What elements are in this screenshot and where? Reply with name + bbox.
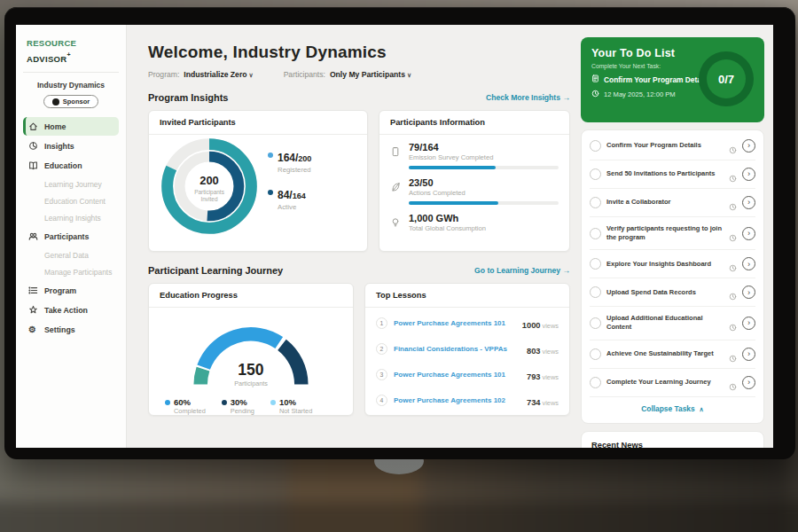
task-checkbox[interactable] (590, 168, 601, 180)
participants-dropdown[interactable]: Only My Participants (330, 70, 411, 79)
consumption-row: 1,000 GWh Total Global Consumption (390, 213, 559, 232)
active-dot-icon (268, 190, 273, 195)
sidebar-item-label: Settings (44, 325, 75, 334)
take-action-icon (28, 305, 38, 315)
task-chevron-button[interactable] (742, 139, 755, 153)
clock-icon (729, 319, 737, 327)
todo-counter: 0/7 (707, 59, 746, 98)
clock-icon (729, 230, 737, 238)
task-row-invite-collaborator[interactable]: Invite a Collaborator (590, 189, 755, 217)
recent-news-title: Recent News (591, 441, 754, 449)
participants-filter: Participants: Only My Participants (284, 70, 411, 79)
task-chevron-button[interactable] (742, 376, 755, 389)
sidebar-item-insights[interactable]: Insights (23, 137, 119, 155)
task-checkbox[interactable] (590, 140, 601, 152)
task-chevron-button[interactable] (742, 286, 755, 299)
clock-icon (729, 170, 737, 178)
sidebar-item-education-content[interactable]: Education Content (23, 192, 119, 209)
participants-information-title: Participants Information (379, 111, 569, 135)
sidebar-item-education[interactable]: Education (23, 156, 119, 175)
sponsor-icon (52, 98, 59, 106)
rank-badge: 1 (376, 317, 387, 329)
sidebar-item-label: Participants (44, 232, 89, 241)
sidebar-item-learning-insights[interactable]: Learning Insights (23, 209, 119, 226)
gauge-pending-segment (282, 345, 301, 385)
task-checkbox[interactable] (590, 377, 601, 388)
task-row-upload-educational-content[interactable]: Upload Additional Educational Content (590, 307, 755, 340)
task-checkbox[interactable] (590, 286, 601, 298)
filter-bar: Program: Industrialize Zero Participants… (148, 70, 570, 79)
clock-icon (729, 142, 737, 150)
education-gauge-chart: 150 Participants (176, 311, 326, 395)
sidebar-item-participants[interactable]: Participants (23, 227, 119, 246)
top-lessons-title: Top Lessons (365, 284, 569, 308)
dashboard-screen: RESOURCE ADVISOR+ Industry Dynamics Spon… (16, 25, 773, 448)
not-started-dot-icon (270, 400, 276, 405)
donut-center-value: 200 (200, 174, 219, 187)
program-dropdown[interactable]: Industrialize Zero (184, 70, 253, 79)
gauge-legend: 60% Completed 30% Pending (160, 397, 342, 415)
sidebar-item-settings[interactable]: Settings (23, 320, 119, 339)
check-more-insights-link[interactable]: Check More Insights → (486, 93, 570, 102)
task-chevron-button[interactable] (742, 317, 755, 330)
go-to-learning-journey-link[interactable]: Go to Learning Journey → (474, 266, 570, 275)
actions-completed-row: 23/50 Actions Completed (390, 177, 559, 205)
invited-participants-card: Invited Participants 200 Participants In… (148, 110, 368, 252)
gauge-center-value: 150 (238, 361, 264, 379)
task-checkbox[interactable] (590, 197, 601, 208)
legend-active: 84/164 Active (268, 186, 311, 211)
sidebar-item-home[interactable]: Home (23, 117, 119, 136)
lesson-row: 2 Financial Considerations - VPPAs 803vi… (376, 336, 559, 362)
task-row-confirm-program[interactable]: Confirm Your Program Details (590, 132, 755, 160)
sidebar-item-take-action[interactable]: Take Action (23, 301, 119, 319)
settings-gear-icon (28, 325, 38, 334)
rank-badge: 4 (376, 395, 387, 406)
sidebar-item-label: Program (44, 286, 76, 295)
lesson-link[interactable]: Power Purchase Agreements 102 (394, 396, 520, 404)
sidebar-item-manage-participants[interactable]: Manage Participants (23, 263, 119, 280)
sidebar-item-program[interactable]: Program (23, 281, 119, 300)
task-chevron-button[interactable] (742, 168, 755, 181)
task-checkbox[interactable] (590, 317, 601, 329)
emission-survey-row: 79/164 Emission Survey Completed (390, 142, 559, 169)
clock-icon (729, 199, 737, 207)
task-row-verify-participants[interactable]: Verify participants requesting to join t… (590, 217, 755, 250)
home-icon (28, 121, 38, 131)
lesson-row: 1 Power Purchase Agreements 101 1000view… (376, 310, 559, 336)
collapse-tasks-link[interactable]: Collapse Tasks (590, 397, 755, 421)
actions-progress-bar (409, 201, 559, 205)
arrow-right-icon: → (562, 93, 570, 102)
participants-icon (28, 231, 38, 241)
task-chevron-button[interactable] (742, 348, 755, 361)
logo-text-resource: RESOURCE (27, 38, 76, 48)
lesson-link[interactable]: Financial Considerations - VPPAs (394, 345, 520, 353)
sidebar-item-general-data[interactable]: General Data (23, 246, 119, 263)
task-row-complete-learning-journey[interactable]: Complete Your Learning Journey (590, 369, 755, 397)
program-filter-label: Program: (148, 70, 179, 79)
lesson-row: 3 Power Purchase Agreements 101 793views (376, 362, 559, 387)
task-checkbox[interactable] (590, 258, 601, 270)
learning-journey-title: Participant Learning Journey (148, 265, 283, 276)
arrow-right-icon: → (562, 266, 570, 275)
recent-news-card: Recent News (581, 431, 764, 449)
task-chevron-button[interactable] (742, 227, 755, 240)
task-checkbox[interactable] (590, 348, 601, 360)
registered-dot-icon (268, 153, 273, 158)
lesson-link[interactable]: Power Purchase Agreements 101 (394, 319, 516, 327)
task-checkbox[interactable] (590, 228, 601, 239)
task-row-upload-spend-data[interactable]: Upload Spend Data Records (590, 278, 755, 307)
task-row-achieve-sustainability-target[interactable]: Achieve One Sustainability Target (590, 340, 755, 369)
lesson-link[interactable]: Power Purchase Agreements 101 (394, 371, 520, 379)
program-insights-title: Program Insights (148, 92, 228, 103)
legend-completed: 60% Completed (165, 397, 206, 415)
task-chevron-button[interactable] (742, 196, 755, 209)
task-row-explore-insights[interactable]: Explore Your Insights Dashboard (590, 250, 755, 278)
task-chevron-button[interactable] (742, 257, 755, 270)
education-book-icon (28, 160, 38, 170)
background-desk-shadow (0, 501, 798, 532)
photo-scene: RESOURCE ADVISOR+ Industry Dynamics Spon… (0, 0, 798, 532)
todo-due-date: 12 May 2025, 12:00 PM (604, 90, 676, 98)
task-row-send-invitations[interactable]: Send 50 Invitations to Participants (590, 160, 755, 189)
sidebar-item-learning-journey[interactable]: Learning Journey (23, 176, 119, 192)
page-title: Welcome, Industry Dynamics (148, 43, 570, 62)
